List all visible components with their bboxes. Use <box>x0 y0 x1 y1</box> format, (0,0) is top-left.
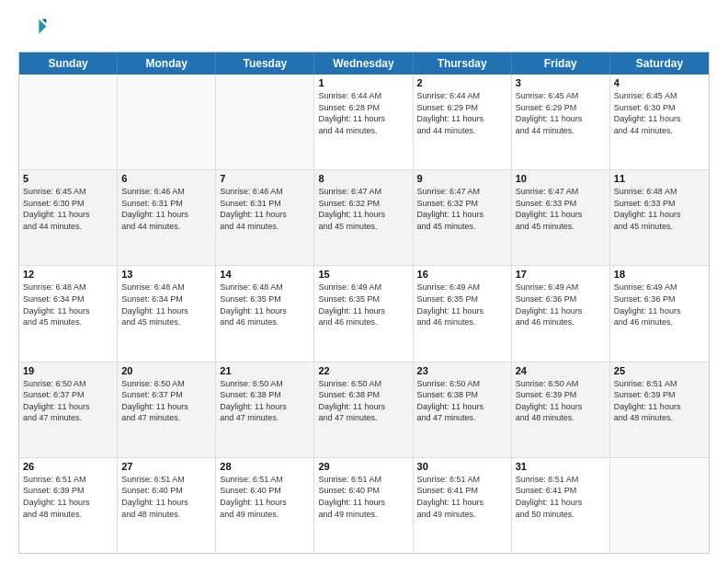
day-cell-29: 29Sunrise: 6:51 AMSunset: 6:40 PMDayligh… <box>314 458 413 553</box>
day-cell-15: 15Sunrise: 6:49 AMSunset: 6:35 PMDayligh… <box>314 266 413 361</box>
header-day-monday: Monday <box>118 52 216 75</box>
day-number: 8 <box>318 173 408 184</box>
day-cell-25: 25Sunrise: 6:51 AMSunset: 6:39 PMDayligh… <box>610 362 709 457</box>
day-info: Sunrise: 6:50 AMSunset: 6:38 PMDaylight:… <box>417 378 507 424</box>
header-day-thursday: Thursday <box>414 52 512 75</box>
header <box>18 15 710 44</box>
logo-icon <box>18 15 48 44</box>
day-info: Sunrise: 6:50 AMSunset: 6:39 PMDaylight:… <box>516 378 606 424</box>
day-number: 7 <box>220 173 310 184</box>
header-day-saturday: Saturday <box>610 52 709 75</box>
day-info: Sunrise: 6:49 AMSunset: 6:36 PMDaylight:… <box>516 282 606 327</box>
header-day-sunday: Sunday <box>19 52 118 75</box>
day-number: 3 <box>516 77 606 88</box>
empty-cell <box>19 75 118 169</box>
day-info: Sunrise: 6:44 AMSunset: 6:29 PMDaylight:… <box>417 90 507 136</box>
day-info: Sunrise: 6:44 AMSunset: 6:28 PMDaylight:… <box>318 90 408 136</box>
day-number: 17 <box>516 269 606 280</box>
day-number: 20 <box>121 365 211 376</box>
day-number: 12 <box>23 269 113 280</box>
day-cell-14: 14Sunrise: 6:48 AMSunset: 6:35 PMDayligh… <box>216 266 314 361</box>
day-info: Sunrise: 6:51 AMSunset: 6:40 PMDaylight:… <box>121 474 211 520</box>
day-cell-6: 6Sunrise: 6:46 AMSunset: 6:31 PMDaylight… <box>118 170 216 265</box>
day-cell-3: 3Sunrise: 6:45 AMSunset: 6:29 PMDaylight… <box>512 75 610 169</box>
page: SundayMondayTuesdayWednesdayThursdayFrid… <box>0 0 728 563</box>
day-number: 16 <box>417 269 507 280</box>
day-cell-10: 10Sunrise: 6:47 AMSunset: 6:33 PMDayligh… <box>512 170 610 265</box>
day-info: Sunrise: 6:48 AMSunset: 6:34 PMDaylight:… <box>23 282 113 327</box>
day-cell-23: 23Sunrise: 6:50 AMSunset: 6:38 PMDayligh… <box>414 362 512 457</box>
day-cell-16: 16Sunrise: 6:49 AMSunset: 6:35 PMDayligh… <box>414 266 512 361</box>
day-info: Sunrise: 6:48 AMSunset: 6:35 PMDaylight:… <box>220 282 310 327</box>
day-number: 13 <box>121 269 211 280</box>
header-day-friday: Friday <box>512 52 610 75</box>
day-number: 18 <box>614 269 705 280</box>
day-info: Sunrise: 6:50 AMSunset: 6:38 PMDaylight:… <box>220 378 310 424</box>
day-cell-8: 8Sunrise: 6:47 AMSunset: 6:32 PMDaylight… <box>314 170 413 265</box>
day-info: Sunrise: 6:51 AMSunset: 6:39 PMDaylight:… <box>23 474 113 520</box>
day-info: Sunrise: 6:48 AMSunset: 6:33 PMDaylight:… <box>614 186 705 232</box>
day-cell-2: 2Sunrise: 6:44 AMSunset: 6:29 PMDaylight… <box>414 75 512 169</box>
calendar-week-5: 26Sunrise: 6:51 AMSunset: 6:39 PMDayligh… <box>19 458 709 553</box>
day-cell-27: 27Sunrise: 6:51 AMSunset: 6:40 PMDayligh… <box>118 458 216 553</box>
day-number: 24 <box>516 365 606 376</box>
empty-cell <box>118 75 216 169</box>
logo <box>18 15 51 44</box>
day-cell-4: 4Sunrise: 6:45 AMSunset: 6:30 PMDaylight… <box>610 75 709 169</box>
day-number: 11 <box>614 173 705 184</box>
day-cell-19: 19Sunrise: 6:50 AMSunset: 6:37 PMDayligh… <box>19 362 118 457</box>
day-number: 10 <box>516 173 606 184</box>
day-cell-1: 1Sunrise: 6:44 AMSunset: 6:28 PMDaylight… <box>314 75 413 169</box>
day-info: Sunrise: 6:51 AMSunset: 6:39 PMDaylight:… <box>614 378 705 424</box>
day-info: Sunrise: 6:45 AMSunset: 6:30 PMDaylight:… <box>614 90 705 136</box>
day-number: 5 <box>23 173 113 184</box>
day-number: 22 <box>318 365 408 376</box>
day-number: 4 <box>614 77 705 88</box>
day-number: 26 <box>23 461 113 472</box>
day-number: 27 <box>121 461 211 472</box>
day-number: 15 <box>318 269 408 280</box>
day-info: Sunrise: 6:47 AMSunset: 6:33 PMDaylight:… <box>516 186 606 232</box>
day-cell-22: 22Sunrise: 6:50 AMSunset: 6:38 PMDayligh… <box>314 362 413 457</box>
day-info: Sunrise: 6:45 AMSunset: 6:30 PMDaylight:… <box>23 186 113 232</box>
header-day-tuesday: Tuesday <box>216 52 314 75</box>
day-number: 23 <box>417 365 507 376</box>
day-number: 9 <box>417 173 507 184</box>
calendar-week-2: 5Sunrise: 6:45 AMSunset: 6:30 PMDaylight… <box>19 170 709 266</box>
calendar-body: 1Sunrise: 6:44 AMSunset: 6:28 PMDaylight… <box>19 75 709 553</box>
day-number: 1 <box>318 77 408 88</box>
calendar-header: SundayMondayTuesdayWednesdayThursdayFrid… <box>19 52 709 75</box>
day-cell-7: 7Sunrise: 6:46 AMSunset: 6:31 PMDaylight… <box>216 170 314 265</box>
day-info: Sunrise: 6:51 AMSunset: 6:41 PMDaylight:… <box>417 474 507 520</box>
header-day-wednesday: Wednesday <box>314 52 413 75</box>
day-cell-9: 9Sunrise: 6:47 AMSunset: 6:32 PMDaylight… <box>414 170 512 265</box>
day-cell-11: 11Sunrise: 6:48 AMSunset: 6:33 PMDayligh… <box>610 170 709 265</box>
day-cell-17: 17Sunrise: 6:49 AMSunset: 6:36 PMDayligh… <box>512 266 610 361</box>
day-info: Sunrise: 6:47 AMSunset: 6:32 PMDaylight:… <box>417 186 507 232</box>
day-info: Sunrise: 6:50 AMSunset: 6:38 PMDaylight:… <box>318 378 408 424</box>
day-cell-18: 18Sunrise: 6:49 AMSunset: 6:36 PMDayligh… <box>610 266 709 361</box>
day-info: Sunrise: 6:49 AMSunset: 6:35 PMDaylight:… <box>417 282 507 327</box>
day-cell-21: 21Sunrise: 6:50 AMSunset: 6:38 PMDayligh… <box>216 362 314 457</box>
day-cell-20: 20Sunrise: 6:50 AMSunset: 6:37 PMDayligh… <box>118 362 216 457</box>
empty-cell <box>216 75 314 169</box>
day-number: 14 <box>220 269 310 280</box>
day-info: Sunrise: 6:48 AMSunset: 6:34 PMDaylight:… <box>121 282 211 327</box>
empty-cell <box>610 458 709 553</box>
day-number: 2 <box>417 77 507 88</box>
day-number: 25 <box>614 365 705 376</box>
day-cell-5: 5Sunrise: 6:45 AMSunset: 6:30 PMDaylight… <box>19 170 118 265</box>
day-number: 6 <box>121 173 211 184</box>
day-info: Sunrise: 6:50 AMSunset: 6:37 PMDaylight:… <box>121 378 211 424</box>
day-number: 21 <box>220 365 310 376</box>
calendar: SundayMondayTuesdayWednesdayThursdayFrid… <box>18 52 710 554</box>
day-info: Sunrise: 6:51 AMSunset: 6:40 PMDaylight:… <box>220 474 310 520</box>
calendar-week-4: 19Sunrise: 6:50 AMSunset: 6:37 PMDayligh… <box>19 362 709 458</box>
day-number: 28 <box>220 461 310 472</box>
day-number: 29 <box>318 461 408 472</box>
day-info: Sunrise: 6:46 AMSunset: 6:31 PMDaylight:… <box>220 186 310 232</box>
day-cell-26: 26Sunrise: 6:51 AMSunset: 6:39 PMDayligh… <box>19 458 118 553</box>
day-cell-28: 28Sunrise: 6:51 AMSunset: 6:40 PMDayligh… <box>216 458 314 553</box>
day-info: Sunrise: 6:46 AMSunset: 6:31 PMDaylight:… <box>121 186 211 232</box>
day-info: Sunrise: 6:51 AMSunset: 6:41 PMDaylight:… <box>516 474 606 520</box>
